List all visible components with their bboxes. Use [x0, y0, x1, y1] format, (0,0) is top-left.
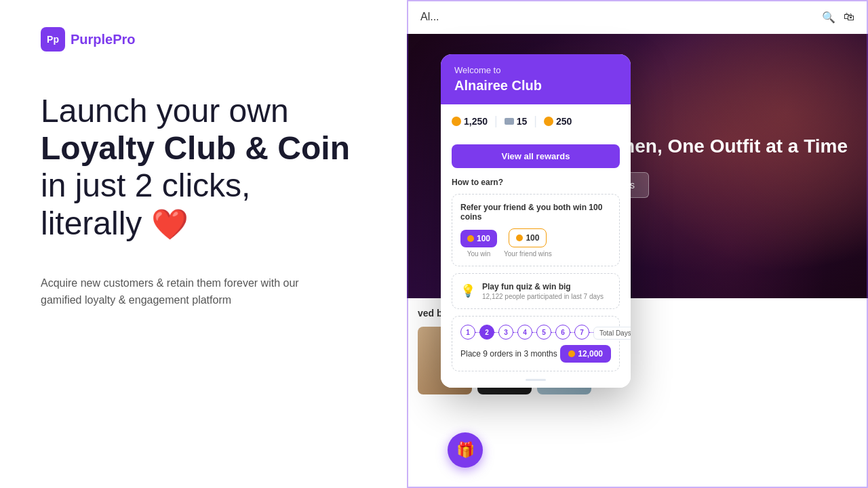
heart-emoji: ❤️: [151, 207, 189, 241]
order-label: Place 9 orders in 3 months: [460, 349, 557, 359]
modal-stats: 1,250 | 15 | 250: [452, 114, 620, 136]
modal-club-name: Alnairee Club: [454, 78, 617, 94]
logo-brand-dark: Pro: [113, 32, 135, 47]
shop-header-title: Al...: [420, 11, 815, 23]
reward-amount: 12,000: [578, 349, 603, 359]
headline-line4: literally: [41, 205, 151, 241]
step-7: 7: [574, 325, 589, 340]
you-coins-badge: 100: [460, 230, 497, 247]
gem-icon: [544, 117, 553, 126]
headline-line1: Launch your own: [41, 93, 289, 129]
scroll-indicator: [526, 379, 546, 381]
friend-label: Your friend wins: [504, 250, 552, 258]
logo-icon: Pp: [41, 27, 65, 52]
left-panel: Pp PurplePro Launch your own Loyalty Clu…: [0, 0, 407, 488]
headline: Launch your own Loyalty Club & Coin in j…: [41, 92, 366, 242]
you-label: You win: [467, 250, 491, 258]
stat-gems: 250: [544, 116, 572, 127]
view-all-rewards-button[interactable]: View all rewards: [452, 144, 620, 168]
search-icon[interactable]: 🔍: [822, 11, 835, 24]
shop-header-icons: 🔍 🛍: [822, 11, 854, 24]
step-6: 6: [555, 325, 570, 340]
refer-row: 100 You win 100 Your friend wins: [460, 228, 611, 258]
headline-line3: in just 2 clicks,: [41, 167, 250, 203]
total-days-badge: Total Days = 90: [593, 327, 631, 340]
quiz-icon: 💡: [460, 283, 475, 298]
modal-header: Welcome to Alnairee Club: [441, 54, 631, 104]
logo-text: PurplePro: [71, 32, 136, 47]
quiz-subtitle: 12,122 people participated in last 7 day…: [482, 293, 604, 300]
cards-value: 15: [517, 116, 528, 127]
friend-coins-badge: 100: [509, 228, 547, 247]
how-to-earn-label: How to earn?: [452, 178, 620, 187]
gems-value: 250: [556, 116, 572, 127]
refer-friend: 100 Your friend wins: [504, 228, 552, 258]
logo-brand-purple: Purple: [71, 32, 113, 47]
shop-header: Al... 🔍 🛍: [407, 0, 868, 34]
badge-coin-icon: [467, 235, 474, 242]
loyalty-modal: Welcome to Alnairee Club 1,250 | 15 | 25: [441, 54, 631, 388]
modal-welcome-to: Welcome to: [454, 65, 617, 75]
stat-coins: 1,250: [452, 116, 488, 127]
step-3: 3: [498, 325, 513, 340]
you-coins-value: 100: [477, 234, 490, 243]
order-reward: 12,000: [560, 345, 611, 363]
card-icon: [505, 118, 514, 125]
friend-coin-icon: [516, 235, 523, 241]
steps-card: 1 2 3 4 5 6 7 Total Days = 90: [452, 316, 620, 371]
reward-coin-icon: [568, 350, 575, 357]
headline-line2: Loyalty Club & Coin: [41, 130, 350, 166]
steps-row: 1 2 3 4 5 6 7 Total Days = 90: [460, 325, 611, 340]
right-panel: Al... 🔍 🛍 g Women, One Outfit at a Time …: [407, 0, 868, 488]
step-2: 2: [479, 325, 494, 340]
order-row: Place 9 orders in 3 months 12,000: [460, 345, 611, 363]
cart-icon[interactable]: 🛍: [844, 11, 854, 24]
logo-area: Pp PurplePro: [41, 27, 366, 52]
modal-body: 1,250 | 15 | 250 View all rewards How to…: [441, 104, 631, 388]
subtitle-text: Acquire new customers & retain them fore…: [41, 274, 326, 309]
coin-icon: [452, 117, 461, 126]
stat-divider-1: |: [494, 114, 498, 128]
refer-card-title: Refer your friend & you both win 100 coi…: [460, 203, 611, 222]
quiz-title: Play fun quiz & win big: [482, 282, 604, 291]
stat-cards: 15: [505, 116, 528, 127]
coins-value: 1,250: [464, 116, 488, 127]
step-4: 4: [517, 325, 532, 340]
refer-card: Refer your friend & you both win 100 coi…: [452, 194, 620, 266]
step-5: 5: [536, 325, 551, 340]
step-1: 1: [460, 325, 475, 340]
quiz-card: 💡 Play fun quiz & win big 12,122 people …: [452, 273, 620, 309]
friend-coins-value: 100: [526, 233, 539, 243]
stat-divider-2: |: [534, 114, 537, 128]
gift-button[interactable]: 🎁: [448, 432, 483, 468]
refer-you: 100 You win: [460, 230, 497, 258]
quiz-info: Play fun quiz & win big 12,122 people pa…: [482, 282, 604, 300]
